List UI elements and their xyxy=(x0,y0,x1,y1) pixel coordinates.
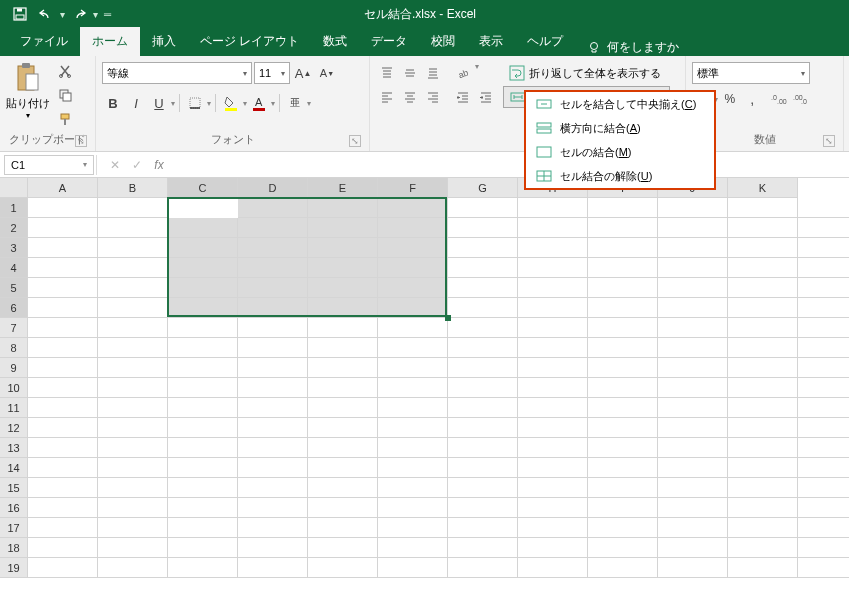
cell[interactable] xyxy=(448,498,518,518)
cell[interactable] xyxy=(798,558,849,578)
cell[interactable] xyxy=(658,518,728,538)
font-size-combo[interactable]: 11▾ xyxy=(254,62,290,84)
cell[interactable] xyxy=(728,318,798,338)
cell[interactable] xyxy=(28,378,98,398)
align-right-button[interactable] xyxy=(422,86,444,108)
cell[interactable] xyxy=(588,478,658,498)
cell[interactable] xyxy=(728,438,798,458)
cell[interactable] xyxy=(308,398,378,418)
cell[interactable] xyxy=(98,198,168,218)
cancel-icon[interactable]: ✕ xyxy=(105,155,125,175)
copy-button[interactable] xyxy=(54,84,76,106)
cell[interactable] xyxy=(98,558,168,578)
cell[interactable] xyxy=(168,478,238,498)
font-launcher[interactable]: ⤡ xyxy=(349,135,361,147)
decrease-indent-button[interactable] xyxy=(452,86,474,108)
comma-button[interactable]: , xyxy=(741,88,762,110)
cell[interactable] xyxy=(168,398,238,418)
cell[interactable] xyxy=(518,558,588,578)
row-header[interactable]: 2 xyxy=(0,218,28,238)
bold-button[interactable]: B xyxy=(102,92,124,114)
decrease-decimal-button[interactable]: .00.0 xyxy=(791,88,812,110)
cell[interactable] xyxy=(658,458,728,478)
cell[interactable] xyxy=(238,398,308,418)
cell[interactable] xyxy=(28,498,98,518)
cell[interactable] xyxy=(378,518,448,538)
cell[interactable] xyxy=(28,518,98,538)
format-painter-button[interactable] xyxy=(54,108,76,130)
cell[interactable] xyxy=(658,438,728,458)
cell[interactable] xyxy=(378,558,448,578)
cell[interactable] xyxy=(98,438,168,458)
column-header[interactable]: D xyxy=(238,178,308,198)
column-header[interactable]: B xyxy=(98,178,168,198)
menu-merge-across[interactable]: 横方向に結合(A) xyxy=(526,116,714,140)
cell[interactable] xyxy=(28,458,98,478)
cell[interactable] xyxy=(378,338,448,358)
cell[interactable] xyxy=(658,558,728,578)
menu-unmerge[interactable]: セル結合の解除(U) xyxy=(526,164,714,188)
cell[interactable] xyxy=(28,438,98,458)
cell[interactable] xyxy=(588,498,658,518)
cell[interactable] xyxy=(798,498,849,518)
undo-button[interactable] xyxy=(34,3,58,25)
cell[interactable] xyxy=(658,398,728,418)
cell[interactable] xyxy=(448,278,518,298)
tab-review[interactable]: 校閲 xyxy=(419,27,467,56)
cell[interactable] xyxy=(728,378,798,398)
cell[interactable] xyxy=(798,398,849,418)
cell[interactable] xyxy=(378,458,448,478)
tell-me[interactable]: 何をしますか xyxy=(575,39,691,56)
align-center-button[interactable] xyxy=(399,86,421,108)
cell[interactable] xyxy=(518,378,588,398)
row-header[interactable]: 9 xyxy=(0,358,28,378)
row-header[interactable]: 10 xyxy=(0,378,28,398)
cell[interactable] xyxy=(588,198,658,218)
cell[interactable] xyxy=(588,278,658,298)
cell[interactable] xyxy=(28,298,98,318)
cell[interactable] xyxy=(798,538,849,558)
cell[interactable] xyxy=(588,238,658,258)
cell[interactable] xyxy=(728,398,798,418)
cell[interactable] xyxy=(28,238,98,258)
font-name-combo[interactable]: 等線▾ xyxy=(102,62,252,84)
cell[interactable] xyxy=(168,458,238,478)
cell[interactable] xyxy=(308,378,378,398)
cell[interactable] xyxy=(518,318,588,338)
cell[interactable] xyxy=(238,358,308,378)
cell[interactable] xyxy=(378,358,448,378)
cell[interactable] xyxy=(518,238,588,258)
row-header[interactable]: 4 xyxy=(0,258,28,278)
tab-page-layout[interactable]: ページ レイアウト xyxy=(188,27,311,56)
cell[interactable] xyxy=(98,398,168,418)
cut-button[interactable] xyxy=(54,60,76,82)
cell[interactable] xyxy=(378,398,448,418)
cell[interactable] xyxy=(168,318,238,338)
cell[interactable] xyxy=(168,558,238,578)
cell[interactable] xyxy=(658,238,728,258)
cell[interactable] xyxy=(28,198,98,218)
cell[interactable] xyxy=(28,218,98,238)
cell[interactable] xyxy=(658,258,728,278)
cell[interactable] xyxy=(238,458,308,478)
align-left-button[interactable] xyxy=(376,86,398,108)
column-header[interactable]: A xyxy=(28,178,98,198)
cell[interactable] xyxy=(308,438,378,458)
cell[interactable] xyxy=(798,378,849,398)
cell[interactable] xyxy=(98,538,168,558)
cell[interactable] xyxy=(28,558,98,578)
row-header[interactable]: 5 xyxy=(0,278,28,298)
cell[interactable] xyxy=(308,538,378,558)
name-box[interactable]: C1▾ xyxy=(4,155,94,175)
qat-dropdown-1[interactable]: ▾ xyxy=(60,9,65,20)
cell[interactable] xyxy=(448,418,518,438)
fill-handle[interactable] xyxy=(445,315,451,321)
cell[interactable] xyxy=(28,478,98,498)
cell[interactable] xyxy=(168,378,238,398)
cell[interactable] xyxy=(588,338,658,358)
cell[interactable] xyxy=(308,418,378,438)
cell[interactable] xyxy=(518,218,588,238)
cell[interactable] xyxy=(658,278,728,298)
cell[interactable] xyxy=(518,298,588,318)
cell[interactable] xyxy=(238,338,308,358)
